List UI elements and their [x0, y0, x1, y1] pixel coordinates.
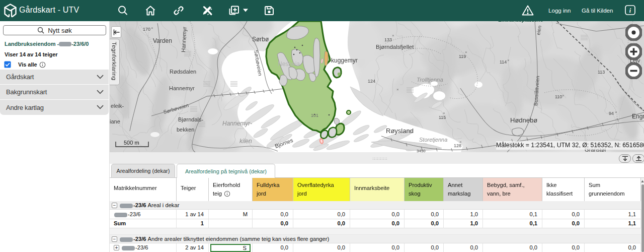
- svg-text:×: ×: [443, 111, 445, 115]
- svg-text:110: 110: [555, 94, 562, 99]
- svg-text:Storetjenna: Storetjenna: [419, 137, 447, 143]
- svg-text:×: ×: [465, 50, 467, 54]
- svg-text:119: 119: [459, 54, 466, 59]
- svg-text:kuggemyr: kuggemyr: [331, 57, 358, 64]
- svg-text:Bjørndalsfjellet: Bjørndalsfjellet: [376, 44, 414, 50]
- svg-text:iane: iane: [110, 118, 120, 124]
- svg-text:eleik-: eleik-: [111, 103, 124, 109]
- svg-text:×: ×: [392, 33, 394, 38]
- svg-text:94: 94: [609, 111, 614, 116]
- svg-text:×: ×: [459, 140, 462, 144]
- svg-text:i: i: [629, 7, 631, 14]
- svg-text:3450: 3450: [417, 149, 426, 152]
- svg-text:×: ×: [151, 26, 153, 30]
- svg-text:Sørbø: Sørbø: [252, 36, 269, 43]
- svg-text:Eikelandsplassene: Eikelandsplassene: [498, 21, 543, 23]
- svg-text:Hannemyr: Hannemyr: [169, 85, 195, 91]
- svg-text:bekken: bekken: [177, 127, 194, 133]
- svg-text:×: ×: [615, 110, 617, 114]
- svg-text:133: 133: [384, 37, 392, 42]
- svg-text:Røysland: Røysland: [386, 127, 414, 135]
- svg-text:114: 114: [500, 59, 507, 65]
- svg-text:Hødnebø: Hødnebø: [510, 116, 537, 124]
- svg-text:Trolltjenna: Trolltjenna: [417, 77, 443, 83]
- svg-text:113: 113: [598, 70, 605, 75]
- svg-text:Varden: Varden: [153, 37, 172, 44]
- svg-text:×: ×: [562, 93, 565, 98]
- svg-text:Hannemyr-: Hannemyr-: [222, 120, 252, 127]
- svg-text:Engm: Engm: [632, 113, 644, 120]
- svg-text:kilen: kilen: [239, 138, 252, 145]
- svg-text:101: 101: [311, 113, 318, 118]
- svg-text:500 m: 500 m: [124, 140, 139, 146]
- svg-text:170: 170: [143, 27, 150, 32]
- svg-text:124: 124: [368, 79, 375, 84]
- svg-text:Bjørndals-: Bjørndals-: [178, 116, 203, 122]
- svg-text:×: ×: [396, 87, 399, 92]
- svg-text:115: 115: [439, 115, 446, 120]
- svg-text:Rødsdalen: Rødsdalen: [170, 69, 196, 75]
- svg-text:×: ×: [507, 58, 510, 62]
- svg-text:Nesheia: Nesheia: [278, 60, 300, 68]
